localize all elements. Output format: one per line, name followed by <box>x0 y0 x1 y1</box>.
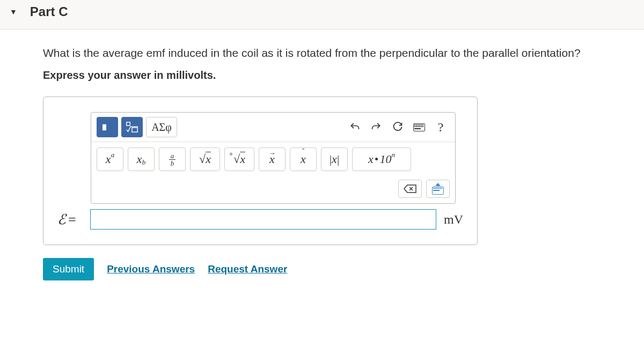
content-area: What is the average emf induced in the c… <box>0 29 644 286</box>
reset-icon <box>392 122 403 132</box>
greek-label: ΑΣφ <box>151 121 172 134</box>
svg-rect-2 <box>132 128 137 132</box>
equation-toolbar: ΑΣφ <box>91 112 456 204</box>
absolute-value-button[interactable]: |x| <box>321 147 348 171</box>
fraction-button[interactable]: a b <box>159 147 186 171</box>
toolbar-math-row: xa xb a b √x n √x <box>91 142 455 176</box>
help-button[interactable]: ? <box>431 119 450 136</box>
toolbar-top-row: ΑΣφ <box>91 113 455 142</box>
collapse-caret-icon: ▼ <box>10 8 17 16</box>
keyboard-shortcuts-button[interactable] <box>426 180 450 198</box>
sqrt-box-icon <box>125 121 139 134</box>
previous-answers-link[interactable]: Previous Answers <box>107 263 195 275</box>
undo-button[interactable] <box>346 119 364 136</box>
toolbar-bottom-row <box>91 176 455 203</box>
question-text: What is the average emf induced in the c… <box>43 47 623 60</box>
unit-label: mV <box>444 212 463 227</box>
submit-button[interactable]: Submit <box>43 258 94 280</box>
backspace-icon <box>403 184 417 194</box>
part-title: Part C <box>30 4 68 19</box>
nth-root-button[interactable]: n √x <box>224 147 254 171</box>
subscript-button[interactable]: xb <box>128 147 155 171</box>
answer-input-row: ℰ= mV <box>57 209 463 230</box>
caret-icon: ˆ <box>302 147 305 156</box>
svg-rect-0 <box>103 124 106 130</box>
action-row: Submit Previous Answers Request Answer <box>43 258 623 280</box>
keyboard-button[interactable] <box>410 119 428 136</box>
part-header[interactable]: ▼ Part C <box>0 0 644 29</box>
keyboard-icon <box>413 123 425 131</box>
instruction-text: Express your answer in millivolts. <box>43 69 623 82</box>
redo-button[interactable] <box>367 119 385 136</box>
answer-panel: ΑΣφ <box>43 97 478 245</box>
undo-icon <box>349 122 360 132</box>
reset-button[interactable] <box>389 119 407 136</box>
math-mode-button[interactable] <box>121 117 143 137</box>
backspace-button[interactable] <box>398 180 422 198</box>
help-label: ? <box>438 120 444 135</box>
template-mode-button[interactable] <box>97 117 118 137</box>
request-answer-link[interactable]: Request Answer <box>208 263 287 275</box>
scientific-notation-button[interactable]: x • 10 n <box>352 147 411 171</box>
arrow-right-icon: → <box>268 149 276 158</box>
redo-icon <box>371 122 382 132</box>
answer-input[interactable] <box>90 209 436 230</box>
vector-button[interactable]: → x <box>259 147 286 171</box>
sqrt-button[interactable]: √x <box>190 147 220 171</box>
rect-icon <box>101 121 113 133</box>
superscript-button[interactable]: xa <box>97 147 123 171</box>
keyboard-up-icon <box>432 183 444 195</box>
greek-letters-button[interactable]: ΑΣφ <box>146 117 177 137</box>
svg-rect-1 <box>127 122 130 126</box>
hat-button[interactable]: ˆ x <box>290 147 317 171</box>
variable-label: ℰ= <box>57 211 83 228</box>
